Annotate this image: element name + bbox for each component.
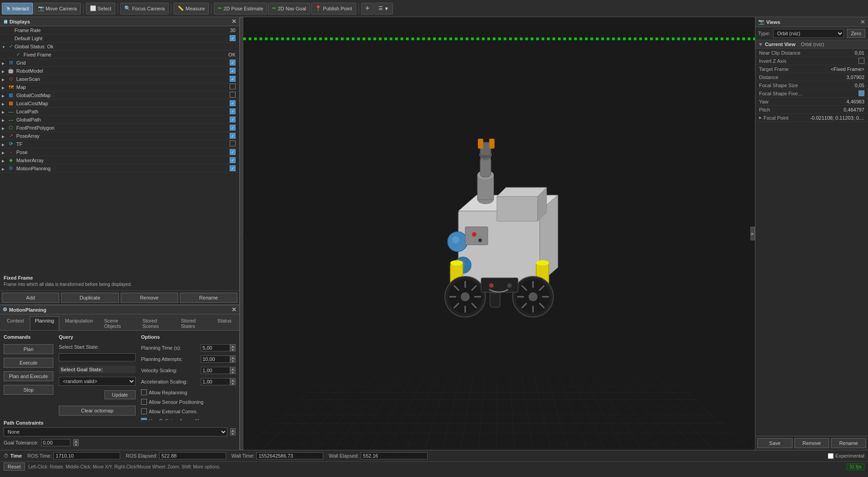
measure-button[interactable]: 📏 Measure [174,3,209,14]
globalpath-checkbox[interactable] [230,117,236,122]
add-display-button[interactable]: Add [2,293,59,303]
update-button[interactable]: Update [104,390,136,399]
planning-time-input[interactable] [201,344,230,351]
select-button[interactable]: ⬜ Select [86,3,116,14]
interact-button[interactable]: 🖱 Interact [2,3,33,14]
robotmodel-expand[interactable] [2,68,7,74]
map-checkbox[interactable] [230,84,236,89]
goal-tolerance-input[interactable] [41,439,71,446]
focal-shape-fixed-checkbox[interactable] [859,90,864,96]
motionplanning-display-checkbox[interactable] [230,165,236,171]
motionplanning-expand[interactable] [2,166,7,171]
allow-replanning-checkbox[interactable] [141,389,147,395]
markerarray-checkbox[interactable] [230,157,236,163]
path-constraints-select[interactable]: None [4,427,227,436]
goal-tolerance-up[interactable]: ▲ [73,439,79,443]
localcostmap-expand[interactable] [2,101,7,106]
wall-elapsed-input[interactable] [361,452,428,459]
allow-sensor-positioning-checkbox[interactable] [141,399,147,405]
views-rename-button[interactable]: Rename [831,438,866,448]
localpath-expand[interactable] [2,109,7,114]
ros-time-input[interactable] [53,452,120,459]
ros-elapsed-input[interactable] [159,452,226,459]
tab-planning[interactable]: Planning [30,316,59,330]
path-constraints-down[interactable]: ▼ [230,432,236,435]
acceleration-scaling-down[interactable]: ▼ [230,382,236,385]
remove-display-button[interactable]: Remove [121,293,178,303]
wall-time-input[interactable] [256,452,323,459]
grid-checkbox[interactable] [230,60,236,65]
posearray-expand[interactable] [2,133,7,139]
move-camera-button[interactable]: 📷 Move Camera [34,3,81,14]
views-type-select[interactable]: Orbit (rviz) [773,29,844,38]
reset-button[interactable]: Reset [4,463,25,471]
tab-stored-scenes[interactable]: Stored Scenes [137,316,175,330]
2d-pose-button[interactable]: ✏ 2D Pose Estimate [214,3,267,14]
views-save-button[interactable]: Save [757,438,793,448]
tab-stored-states[interactable]: Stored States [176,316,212,330]
footprint-expand[interactable] [2,125,7,131]
map-expand[interactable] [2,84,7,90]
menu-button[interactable]: ☰ ▼ [374,3,393,14]
localcostmap-checkbox[interactable] [230,100,236,106]
laserscan-expand[interactable] [2,76,7,82]
plan-button[interactable]: Plan [4,344,53,354]
goal-state-select[interactable]: <random valid> [59,377,136,386]
viewport-right-collapse[interactable]: ▶ [750,227,755,240]
2d-nav-button[interactable]: ✏ 2D Nav Goal [268,3,310,14]
globalcostmap-checkbox[interactable] [230,92,236,98]
grid-expand[interactable] [2,60,7,65]
planning-time-down[interactable]: ▼ [230,348,236,351]
allow-external-comm-checkbox[interactable] [141,408,147,414]
start-state-input[interactable] [59,353,136,361]
tf-expand[interactable] [2,141,7,147]
execute-button[interactable]: Execute [4,358,53,368]
publish-point-button[interactable]: 📍 Publish Point [311,3,356,14]
3d-viewport[interactable]: ▶ [243,17,755,450]
globalpath-expand[interactable] [2,117,7,122]
views-close-button[interactable]: ✕ [860,19,865,25]
displays-close-button[interactable]: ✕ [231,19,236,24]
pose-expand[interactable] [2,150,7,155]
left-resizer[interactable]: ⋮ [240,17,243,450]
zero-button[interactable]: Zero [847,29,865,38]
pose-checkbox[interactable] [230,149,236,155]
extra-button[interactable]: ✛ [361,3,373,14]
velocity-scaling-down[interactable]: ▼ [230,370,236,374]
path-constraints-up[interactable]: ▲ [230,428,236,432]
markerarray-expand[interactable] [2,158,7,163]
planning-attempts-up[interactable]: ▲ [230,355,236,359]
tab-scene-objects[interactable]: Scene Objects [99,316,137,330]
footprint-checkbox[interactable] [230,125,236,131]
localpath-checkbox[interactable] [230,108,236,114]
plan-execute-button[interactable]: Plan and Execute [4,371,53,381]
tab-status[interactable]: Status [212,316,236,330]
stop-button[interactable]: Stop [4,385,53,395]
tab-manipulation[interactable]: Manipulation [60,316,98,330]
goal-tolerance-down[interactable]: ▼ [73,443,79,446]
global-status-expand[interactable] [2,44,7,49]
clear-octomap-button[interactable]: Clear octomap [59,406,136,416]
rename-display-button[interactable]: Rename [180,293,237,303]
acceleration-scaling-up[interactable]: ▲ [230,378,236,382]
views-remove-button[interactable]: Remove [794,438,830,448]
acceleration-scaling-input[interactable] [201,378,230,385]
tab-context[interactable]: Context [2,316,29,330]
tf-checkbox[interactable] [230,140,236,146]
duplicate-display-button[interactable]: Duplicate [61,293,118,303]
default-light-checkbox[interactable] [230,35,236,41]
planning-attempts-input[interactable] [201,355,230,363]
planning-attempts-down[interactable]: ▼ [230,359,236,363]
planning-time-up[interactable]: ▲ [230,344,236,348]
laserscan-checkbox[interactable] [230,76,236,82]
globalcostmap-expand[interactable] [2,93,7,98]
velocity-scaling-up[interactable]: ▲ [230,367,236,370]
robotmodel-checkbox[interactable] [230,68,236,74]
cv-row-near-clip: Near Clip Distance 0,01 [755,49,868,57]
invert-z-checkbox[interactable] [859,58,864,64]
motion-planning-close-button[interactable]: ✕ [231,307,236,313]
posearray-checkbox[interactable] [230,133,236,139]
velocity-scaling-input[interactable] [201,367,230,374]
experimental-checkbox[interactable] [828,453,834,459]
focus-camera-button[interactable]: 🔍 Focus Camera [120,3,169,14]
